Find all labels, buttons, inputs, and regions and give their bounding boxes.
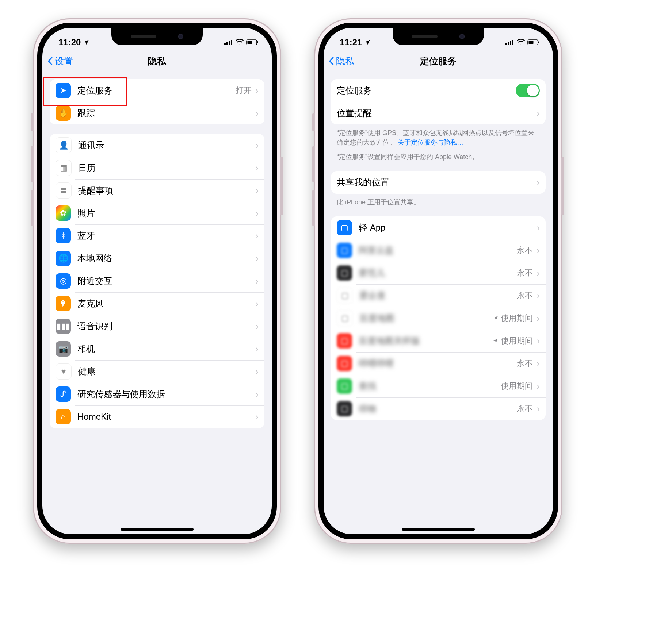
back-button[interactable]: 设置 [47, 55, 73, 67]
camera-icon: 📷 [56, 341, 71, 357]
row-value: 永不 [517, 358, 533, 369]
about-location-privacy-link[interactable]: 关于定位服务与隐私… [398, 139, 463, 146]
svg-rect-2 [229, 41, 230, 45]
list-row[interactable]: ▮▮▮语音识别› [50, 315, 264, 338]
battery-icon [246, 39, 259, 45]
row-label: 健康 [78, 366, 255, 377]
row-label: 查找 [359, 380, 501, 392]
list-row[interactable]: ✿照片› [50, 202, 264, 224]
chevron-right-icon: › [537, 268, 540, 279]
chevron-right-icon: › [255, 366, 259, 377]
chevron-right-icon: › [255, 85, 259, 96]
list-row[interactable]: ➤定位服务打开› [50, 79, 264, 102]
svg-rect-8 [508, 42, 509, 45]
row-label: 研究传感器与使用数据 [77, 388, 255, 400]
row-label: 附近交互 [77, 275, 255, 287]
list-row[interactable]: ⌂HomeKit› [50, 405, 264, 428]
back-label: 隐私 [336, 55, 354, 67]
list-row[interactable]: ▢百度地图使用期间› [331, 307, 546, 330]
screen-right: 11:21 [324, 28, 553, 534]
list-row[interactable]: ♥健康› [50, 360, 264, 383]
list-row[interactable]: ▢查找使用期间› [331, 375, 546, 397]
bluetooth-icon: ᚼ [56, 228, 71, 243]
speech-icon: ▮▮▮ [56, 319, 71, 334]
list-row[interactable]: 🌐本地网络› [50, 247, 264, 270]
list-row[interactable]: ᚼ蓝牙› [50, 224, 264, 247]
app-icon: ▢ [337, 356, 352, 371]
list-row[interactable]: ▢爱范儿永不› [331, 262, 546, 284]
svg-rect-7 [505, 43, 507, 45]
location-arrow-icon: ➤ [56, 83, 71, 98]
share-my-location-row[interactable]: 共享我的位置 › [331, 171, 546, 194]
list-row[interactable]: ◎附近交互› [50, 270, 264, 292]
front-camera [178, 34, 183, 39]
chevron-right-icon: › [255, 411, 259, 423]
chevron-right-icon: › [255, 140, 259, 151]
mute-switch [312, 113, 315, 131]
row-label: 语音识别 [77, 320, 255, 332]
page-title: 定位服务 [420, 55, 457, 67]
row-value: 永不 [517, 245, 533, 256]
list-row[interactable]: 📷相机› [50, 338, 264, 360]
mute-switch [31, 113, 34, 131]
list-row[interactable]: ▢轻 App› [331, 216, 546, 239]
phone-right: 11:21 [314, 18, 562, 544]
chevron-right-icon: › [255, 389, 259, 400]
svg-rect-10 [512, 40, 513, 45]
app-icon: ▢ [337, 310, 353, 326]
row-label: HomeKit [77, 412, 255, 422]
list-row[interactable]: 🎙麦克风› [50, 292, 264, 315]
content[interactable]: ➤定位服务打开›✋跟踪› 👤通讯录›▦日历›≣提醒事项›✿照片›ᚼ蓝牙›🌐本地网… [42, 73, 272, 534]
chevron-right-icon: › [537, 403, 540, 415]
home-indicator[interactable] [402, 528, 475, 531]
svg-rect-1 [226, 42, 228, 45]
chevron-right-icon: › [537, 313, 540, 324]
time-text: 11:20 [58, 37, 81, 47]
list-row[interactable]: ▢爱企查永不› [331, 284, 546, 307]
row-label: 照片 [77, 207, 255, 219]
chevron-right-icon: › [255, 230, 259, 242]
svg-rect-5 [248, 41, 252, 44]
location-alerts-row[interactable]: 位置提醒 › [331, 102, 546, 124]
list-row[interactable]: ▢阿里云盘永不› [331, 239, 546, 262]
content[interactable]: 定位服务 位置提醒 › “定位服务”使用 GPS、蓝牙和众包无线局域网热点以及信… [324, 73, 553, 534]
row-label: 通讯录 [78, 139, 255, 151]
back-button[interactable]: 隐私 [329, 55, 354, 67]
app-icon: ▢ [337, 243, 352, 258]
list-row[interactable]: ▢得物永不› [331, 397, 546, 420]
home-indicator[interactable] [121, 528, 194, 531]
chevron-right-icon: › [537, 108, 540, 119]
list-row[interactable]: ≣提醒事项› [50, 179, 264, 202]
list-row[interactable]: ▦日历› [50, 157, 264, 179]
chevron-right-icon: › [255, 298, 259, 309]
wifi-icon [236, 39, 244, 45]
location-indicator-icon [364, 39, 371, 46]
row-label: 百度地图 [359, 312, 493, 324]
svg-rect-9 [510, 41, 511, 45]
location-indicator-icon [83, 39, 89, 46]
status-time: 11:20 [58, 37, 89, 47]
list-row[interactable]: 👤通讯录› [50, 134, 264, 157]
row-value: 永不 [517, 268, 533, 278]
list-row[interactable]: ᔑ研究传感器与使用数据› [50, 383, 264, 405]
share-location-group: 共享我的位置 › [331, 171, 546, 194]
reminders-icon: ≣ [56, 182, 72, 199]
row-label: 百度地图关怀版 [359, 335, 493, 347]
sensors-icon: ᔑ [56, 386, 71, 402]
chevron-right-icon: › [537, 290, 540, 301]
chevron-right-icon: › [255, 321, 259, 332]
list-row[interactable]: ▢哔哩哔哩永不› [331, 352, 546, 375]
chevron-left-icon [47, 57, 53, 65]
list-row[interactable]: ▢百度地图关怀版使用期间› [331, 330, 546, 352]
share-desc: 此 iPhone 正用于位置共享。 [331, 194, 546, 207]
stage: 11:20 [0, 0, 672, 635]
svg-rect-0 [224, 43, 226, 45]
calendar-icon: ▦ [56, 160, 72, 176]
row-label: 爱企查 [359, 290, 517, 301]
row-label: 共享我的位置 [337, 177, 537, 188]
row-value: 永不 [517, 403, 533, 414]
location-services-toggle[interactable] [516, 84, 540, 97]
list-row[interactable]: ✋跟踪› [50, 102, 264, 124]
contacts-icon: 👤 [56, 137, 72, 153]
location-services-toggle-row[interactable]: 定位服务 [331, 79, 546, 102]
